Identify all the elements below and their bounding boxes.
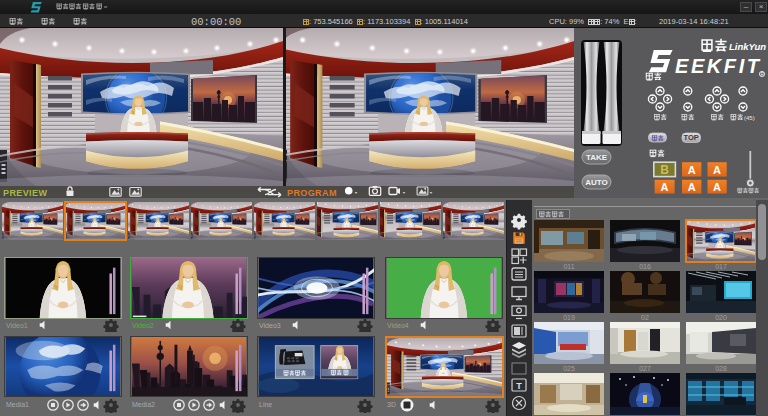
svg-text:TAKE: TAKE	[586, 153, 608, 162]
svg-text:AUTO: AUTO	[585, 178, 608, 187]
svg-text:TOP: TOP	[684, 133, 699, 142]
svg-text:A: A	[688, 181, 696, 193]
svg-text:A: A	[688, 164, 696, 176]
svg-text:EEKFIT: EEKFIT	[675, 55, 761, 77]
svg-text:A: A	[713, 164, 721, 176]
svg-text:A: A	[661, 181, 669, 193]
svg-text:(45): (45)	[744, 115, 755, 121]
svg-text:T: T	[516, 381, 522, 391]
svg-text:B: B	[660, 163, 669, 177]
svg-text:R: R	[760, 72, 764, 77]
svg-text:LinkYun: LinkYun	[729, 41, 766, 52]
svg-text:A: A	[713, 181, 721, 193]
